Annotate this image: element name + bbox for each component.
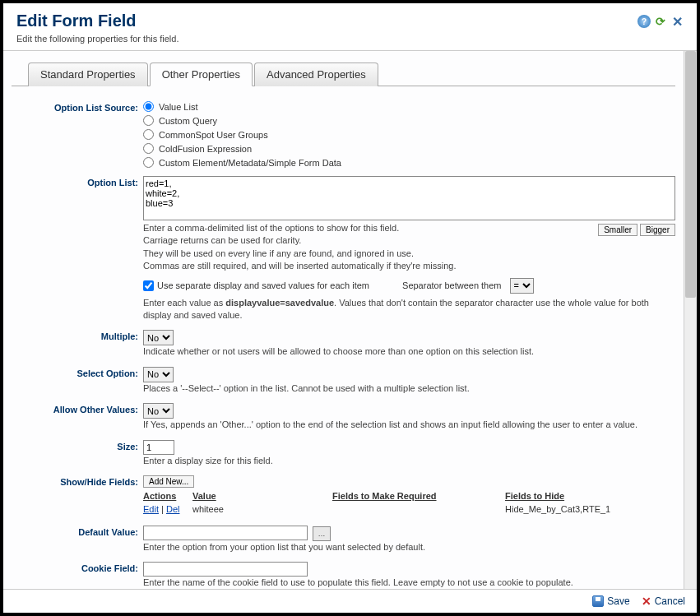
- allow-other-select[interactable]: No: [143, 403, 174, 419]
- row-req: [332, 504, 505, 514]
- save-label: Save: [607, 595, 629, 607]
- save-button[interactable]: Save: [592, 595, 629, 607]
- help5-bold: displayvalue=savedvalue: [225, 298, 334, 308]
- select-option-select[interactable]: No: [143, 367, 174, 382]
- tab-advanced-properties[interactable]: Advanced Properties: [254, 63, 378, 86]
- save-icon: [592, 595, 604, 607]
- option-list-help3: They will be used on every line if any a…: [143, 248, 591, 260]
- radio-custom-element[interactable]: [143, 157, 154, 168]
- radio-user-groups[interactable]: [143, 129, 154, 140]
- dialog-header: Edit Form Field Edit the following prope…: [3, 3, 697, 51]
- page-title: Edit Form Field: [16, 12, 684, 30]
- select-option-help: Places a '--Select--' option in the list…: [143, 382, 675, 395]
- cancel-button[interactable]: ✕ Cancel: [642, 595, 685, 608]
- size-input[interactable]: [143, 440, 174, 455]
- help5-pre: Enter each value as: [143, 298, 225, 308]
- radio-value-list[interactable]: [143, 101, 154, 112]
- size-help: Enter a display size for this field.: [143, 455, 675, 467]
- label-allow-other: Allow Other Values:: [12, 403, 143, 415]
- option-list-help4: Commas are still required, and will be i…: [143, 260, 591, 272]
- default-value-help: Enter the option from your option list t…: [143, 541, 675, 553]
- add-new-button[interactable]: Add New...: [143, 475, 194, 488]
- label-option-list-source: Option List Source:: [12, 101, 143, 113]
- separator-label: Separator between them: [402, 280, 501, 290]
- col-value: Value: [192, 491, 332, 501]
- option-list-help1: Enter a comma-delimited list of the opti…: [143, 222, 591, 234]
- dialog-content: Standard Properties Other Properties Adv…: [3, 51, 684, 589]
- label-show-hide: Show/Hide Fields:: [12, 475, 143, 487]
- cancel-icon: ✕: [642, 595, 651, 608]
- scrollbar-thumb[interactable]: [685, 51, 696, 298]
- row-value: whiteee: [192, 504, 332, 514]
- help-icon[interactable]: ?: [637, 15, 651, 28]
- tabs: Standard Properties Other Properties Adv…: [12, 63, 675, 86]
- multiple-help: Indicate whether or not users will be al…: [143, 345, 675, 358]
- label-size: Size:: [12, 440, 143, 452]
- refresh-icon[interactable]: ⟳: [654, 15, 667, 28]
- smaller-button[interactable]: Smaller: [598, 224, 637, 236]
- multiple-select[interactable]: No: [143, 330, 174, 345]
- col-actions: Actions: [143, 491, 192, 501]
- default-value-input[interactable]: [143, 526, 308, 540]
- cookie-field-help: Enter the name of the cookie field to us…: [143, 577, 675, 589]
- separator-select[interactable]: =: [510, 278, 534, 294]
- scrollbar[interactable]: [684, 51, 697, 589]
- radio-custom-element-label: Custom Element/Metadata/Simple Form Data: [159, 158, 341, 168]
- cookie-field-input[interactable]: [143, 562, 308, 577]
- radio-custom-query[interactable]: [143, 115, 154, 126]
- tab-standard-properties[interactable]: Standard Properties: [28, 63, 148, 86]
- label-select-option: Select Option:: [12, 367, 143, 378]
- radio-user-groups-label: CommonSpot User Groups: [159, 130, 268, 140]
- radio-custom-query-label: Custom Query: [159, 116, 217, 126]
- option-list-help2: Carriage returns can be used for clarity…: [143, 234, 591, 247]
- radio-coldfusion-label: ColdFusion Expression: [159, 144, 252, 154]
- radio-coldfusion[interactable]: [143, 143, 154, 154]
- label-multiple: Multiple:: [12, 330, 143, 341]
- allow-other-help: If Yes, appends an 'Other...' option to …: [143, 419, 675, 431]
- col-hide: Fields to Hide: [505, 491, 675, 501]
- col-req: Fields to Make Required: [332, 491, 505, 501]
- tab-other-properties[interactable]: Other Properties: [150, 63, 253, 86]
- table-row: Edit | Del whiteee Hide_Me_by_Cat3,RTE_1: [143, 504, 675, 514]
- default-value-browse-button[interactable]: …: [313, 526, 331, 541]
- edit-link[interactable]: Edit: [143, 504, 159, 514]
- row-hide: Hide_Me_by_Cat3,RTE_1: [505, 504, 675, 514]
- del-link[interactable]: Del: [166, 504, 180, 514]
- radio-value-list-label: Value List: [159, 102, 198, 112]
- close-icon[interactable]: ✕: [670, 15, 684, 28]
- separate-values-label: Use separate display and saved values fo…: [157, 280, 369, 290]
- label-cookie-field: Cookie Field:: [12, 562, 143, 573]
- option-list-textarea[interactable]: [143, 176, 675, 220]
- bigger-button[interactable]: Bigger: [640, 224, 675, 236]
- label-default-value: Default Value:: [12, 526, 143, 537]
- separate-values-checkbox[interactable]: [143, 280, 154, 291]
- cancel-label: Cancel: [655, 595, 685, 607]
- label-option-list: Option List:: [12, 176, 143, 188]
- dialog-footer: Save ✕ Cancel: [3, 589, 697, 613]
- page-subtitle: Edit the following properties for this f…: [16, 34, 684, 44]
